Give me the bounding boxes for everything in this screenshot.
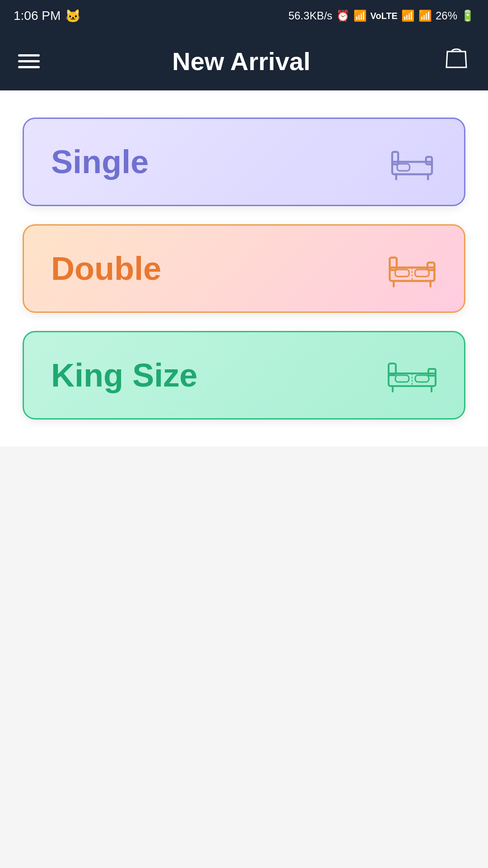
hamburger-line-2 xyxy=(18,60,40,62)
time-display: 1:06 PM xyxy=(14,9,61,23)
lte-icon: VoLTE xyxy=(371,11,398,21)
cart-button[interactable] xyxy=(443,45,470,78)
status-right: 56.3KB/s ⏰ 📶 VoLTE 📶 📶 26% 🔋 xyxy=(288,9,474,22)
signal-icon: 📶 xyxy=(353,9,367,22)
battery-display: 26% xyxy=(436,9,457,22)
hamburger-line-3 xyxy=(18,66,40,68)
double-bed-icon xyxy=(387,248,437,289)
hamburger-line-1 xyxy=(18,54,40,57)
svg-rect-9 xyxy=(427,263,434,270)
single-bed-icon xyxy=(387,142,437,182)
status-bar: 1:06 PM 🐱 56.3KB/s ⏰ 📶 VoLTE 📶 📶 26% 🔋 xyxy=(0,0,488,32)
page-title: New Arrival xyxy=(172,47,310,76)
app-header: New Arrival xyxy=(0,32,488,90)
shopping-bag-icon xyxy=(443,45,470,72)
alarm-icon: ⏰ xyxy=(336,9,350,22)
double-label: Double xyxy=(51,250,161,287)
svg-rect-2 xyxy=(426,157,432,165)
battery-icon: 🔋 xyxy=(461,9,474,22)
svg-rect-11 xyxy=(415,269,429,276)
network-speed: 56.3KB/s xyxy=(288,9,332,22)
svg-rect-18 xyxy=(428,369,436,376)
wifi-icon: 📶 xyxy=(418,9,432,22)
main-content: Single Double xyxy=(0,90,488,447)
signal2-icon: 📶 xyxy=(401,9,415,22)
svg-rect-19 xyxy=(395,375,409,382)
svg-rect-20 xyxy=(415,375,429,382)
king-category-card[interactable]: King Size xyxy=(23,331,465,420)
king-bed-icon xyxy=(387,355,437,396)
single-label: Single xyxy=(51,143,149,180)
notification-icon: 🐱 xyxy=(65,9,81,24)
single-category-card[interactable]: Single xyxy=(23,118,465,206)
svg-rect-10 xyxy=(395,269,409,276)
svg-rect-3 xyxy=(397,164,410,170)
king-label: King Size xyxy=(51,357,197,394)
status-left: 1:06 PM 🐱 xyxy=(14,9,81,24)
double-category-card[interactable]: Double xyxy=(23,224,465,313)
hamburger-menu-button[interactable] xyxy=(18,54,40,68)
